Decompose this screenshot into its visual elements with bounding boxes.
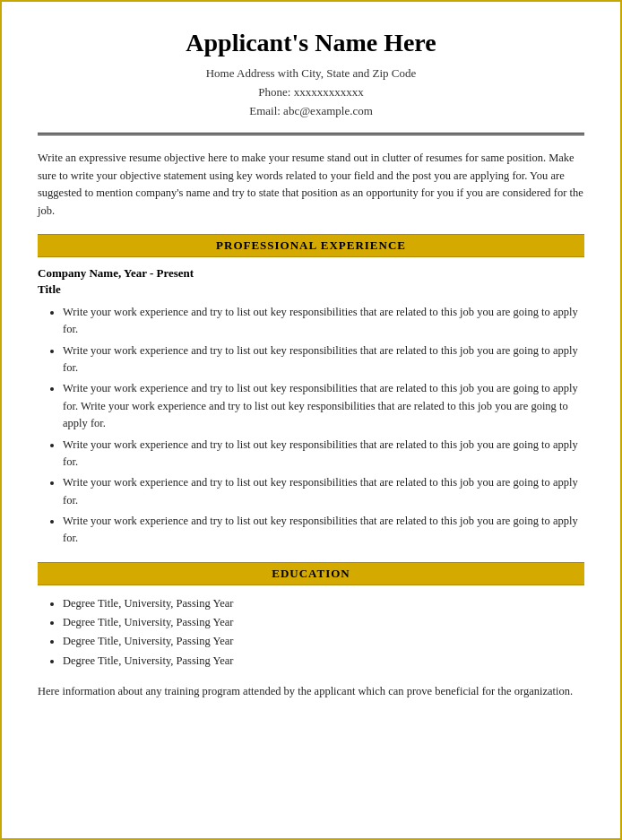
professional-experience-header: PROFESSIONAL EXPERIENCE: [38, 234, 584, 257]
experience-item: Write your work experience and try to li…: [63, 380, 584, 432]
training-text: Here information about any training prog…: [38, 683, 584, 700]
job-title-line: Title: [38, 282, 584, 297]
education-item: Degree Title, University, Passing Year: [63, 613, 584, 632]
education-header: EDUCATION: [38, 562, 584, 585]
experience-item: Write your work experience and try to li…: [63, 474, 584, 509]
contact-address: Home Address with City, State and Zip Co…: [38, 65, 584, 83]
contact-info: Home Address with City, State and Zip Co…: [38, 65, 584, 120]
experience-item: Write your work experience and try to li…: [63, 342, 584, 377]
experience-item: Write your work experience and try to li…: [63, 437, 584, 472]
experience-list: Write your work experience and try to li…: [38, 304, 584, 548]
contact-email: Email: abc@example.com: [38, 102, 584, 121]
applicant-name: Applicant's Name Here: [38, 29, 584, 57]
contact-phone: Phone: xxxxxxxxxxxx: [38, 83, 584, 102]
education-list: Degree Title, University, Passing YearDe…: [38, 594, 584, 671]
resume-document: Applicant's Name Here Home Address with …: [0, 0, 622, 840]
education-item: Degree Title, University, Passing Year: [63, 594, 584, 613]
objective-text: Write an expressive resume objective her…: [38, 150, 584, 220]
education-item: Degree Title, University, Passing Year: [63, 652, 584, 671]
company-line: Company Name, Year - Present: [38, 266, 584, 281]
experience-item: Write your work experience and try to li…: [63, 513, 584, 548]
education-item: Degree Title, University, Passing Year: [63, 632, 584, 651]
header-divider: [38, 133, 584, 135]
experience-item: Write your work experience and try to li…: [63, 304, 584, 339]
